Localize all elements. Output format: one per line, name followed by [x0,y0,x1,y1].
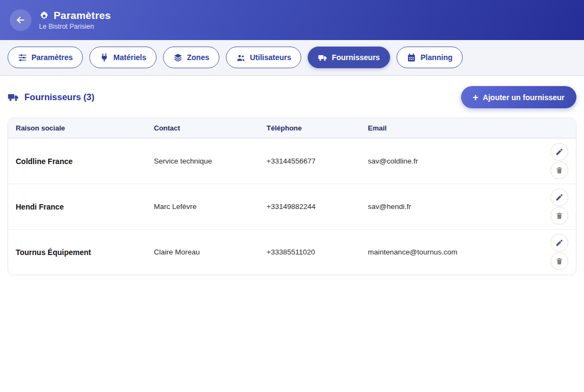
supplier-name: Coldline France [16,157,154,166]
users-icon [236,53,245,62]
gear-icon [39,11,49,21]
trash-icon [555,166,563,174]
arrow-left-icon [15,15,26,25]
delete-supplier-button[interactable] [550,161,568,179]
edit-supplier-button[interactable] [550,188,568,206]
header-titles: Paramètres Le Bistrot Parisien [39,10,111,30]
delete-supplier-button[interactable] [550,207,568,225]
trash-icon [555,212,563,220]
page-title: Paramètres [54,10,111,22]
supplier-name: Tournus Équipement [16,248,154,257]
supplier-phone: +33385511020 [267,248,368,256]
back-button[interactable] [10,9,31,31]
trash-icon [555,257,563,265]
tab-utilisateurs[interactable]: Utilisateurs [226,47,301,68]
section-title-text: Fournisseurs (3) [24,92,94,102]
supplier-contact: Marc Lefèvre [154,202,267,211]
col-email: Email [368,124,544,132]
main-content: Fournisseurs (3) + Ajouter un fournisseu… [0,76,584,308]
add-supplier-label: Ajouter un fournisseur [483,93,564,102]
pencil-icon [555,148,563,156]
tab-planning[interactable]: Planning [397,47,463,68]
settings-tabbar: Paramètres Matériels Zones Utilisateurs … [0,40,584,76]
row-actions [544,143,568,179]
col-contact: Contact [154,124,267,132]
tab-label: Matériels [113,53,146,62]
section-header: Fournisseurs (3) + Ajouter un fournisseu… [8,86,576,108]
row-actions [544,234,568,270]
tab-label: Utilisateurs [250,53,291,62]
col-telephone: Téléphone [267,124,368,132]
supplier-phone: +33144556677 [267,157,368,165]
pencil-icon [555,239,563,247]
supplier-email: maintenance@tournus.com [368,248,544,256]
tab-fournisseurs[interactable]: Fournisseurs [308,47,390,68]
calendar-icon [407,53,416,62]
table-header-row: Raison sociale Contact Téléphone Email [8,118,576,138]
suppliers-table: Raison sociale Contact Téléphone Email C… [8,117,576,275]
sliders-icon [18,53,27,62]
section-title: Fournisseurs (3) [8,92,94,103]
row-actions [544,188,568,225]
supplier-email: sav@coldline.fr [368,157,544,165]
col-raison-sociale: Raison sociale [16,124,154,132]
app-header: Paramètres Le Bistrot Parisien [0,0,584,40]
truck-icon [8,92,19,103]
page-subtitle: Le Bistrot Parisien [39,23,111,30]
tab-label: Fournisseurs [332,53,380,62]
tab-label: Planning [420,53,452,62]
tab-parametres[interactable]: Paramètres [8,47,83,68]
tab-label: Zones [187,53,209,62]
tab-materiels[interactable]: Matériels [89,47,157,68]
tab-zones[interactable]: Zones [163,47,219,68]
add-supplier-button[interactable]: + Ajouter un fournisseur [461,86,576,108]
table-row: Hendi France Marc Lefèvre +33149882244 s… [8,184,576,229]
supplier-contact: Service technique [154,157,267,165]
plus-icon: + [473,93,479,102]
supplier-email: sav@hendi.fr [368,202,544,211]
table-row: Tournus Équipement Claire Moreau +333855… [8,229,576,275]
pencil-icon [555,193,563,201]
supplier-name: Hendi France [16,202,154,211]
supplier-phone: +33149882244 [267,202,368,211]
layers-icon [173,53,183,62]
tab-label: Paramètres [31,53,73,62]
edit-supplier-button[interactable] [550,143,568,161]
supplier-contact: Claire Moreau [154,248,267,256]
truck-icon [318,53,327,62]
delete-supplier-button[interactable] [550,252,568,270]
table-row: Coldline France Service technique +33144… [8,138,576,184]
plug-icon [100,53,109,62]
edit-supplier-button[interactable] [550,234,568,252]
